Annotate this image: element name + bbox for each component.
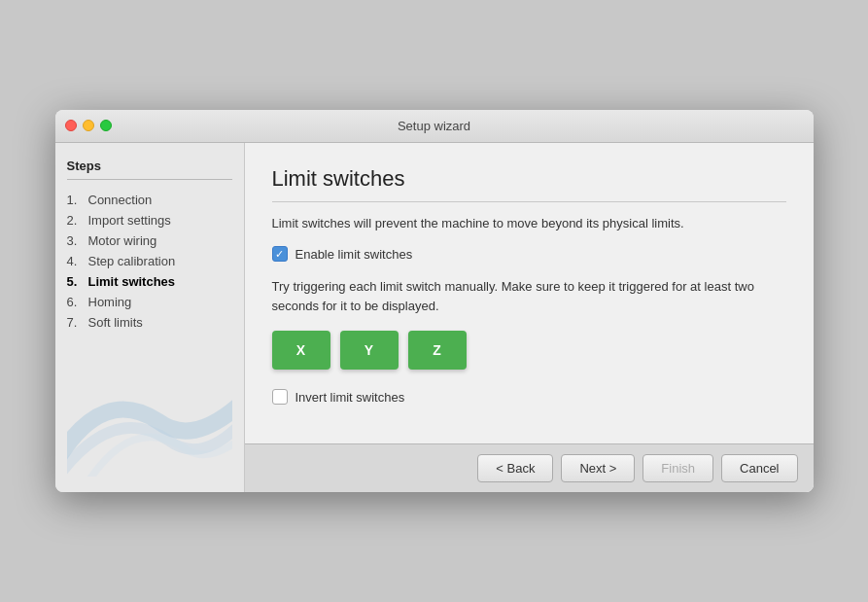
footer: < Back Next > Finish Cancel (245, 443, 814, 492)
titlebar: Setup wizard (55, 110, 814, 143)
invert-limit-checkbox[interactable] (272, 389, 288, 405)
steps-list: 1. Connection 2. Import settings 3. Moto… (67, 190, 232, 333)
enable-limit-checkbox[interactable]: ✓ (272, 246, 288, 262)
finish-button: Finish (642, 454, 713, 482)
sidebar-item-soft-limits[interactable]: 7. Soft limits (67, 312, 232, 333)
sidebar-item-motor-wiring[interactable]: 3. Motor wiring (67, 230, 232, 251)
enable-limit-label: Enable limit switches (295, 247, 413, 262)
step-label-import: Import settings (88, 213, 171, 228)
sidebar-heading: Steps (67, 159, 232, 180)
limit-description: Limit switches will prevent the machine … (272, 214, 786, 233)
checkmark-icon: ✓ (275, 249, 284, 260)
next-button[interactable]: Next > (561, 454, 635, 482)
step-num-1: 1. (67, 193, 85, 207)
sidebar-item-step-calibration[interactable]: 4. Step calibration (67, 251, 232, 271)
x-axis-button[interactable]: X (272, 331, 330, 370)
setup-wizard-window: Setup wizard Steps 1. Connection 2. Impo… (55, 110, 814, 493)
main-panel: Limit switches Limit switches will preve… (245, 143, 814, 493)
step-label-homing: Homing (88, 295, 132, 309)
sidebar-item-import-settings[interactable]: 2. Import settings (67, 210, 232, 230)
step-label-calibration: Step calibration (88, 254, 176, 268)
trigger-description: Try triggering each limit switch manuall… (272, 277, 786, 315)
sidebar-item-limit-switches[interactable]: 5. Limit switches (67, 271, 232, 292)
step-label-limit: Limit switches (88, 274, 176, 289)
page-title: Limit switches (272, 166, 786, 202)
step-label-motor: Motor wiring (88, 233, 157, 248)
step-num-6: 6. (67, 295, 85, 309)
step-num-3: 3. (67, 233, 85, 248)
traffic-lights (65, 120, 112, 131)
close-button[interactable] (65, 120, 77, 131)
axis-buttons-group: X Y Z (272, 331, 786, 370)
step-num-5: 5. (67, 274, 85, 289)
content-area: Steps 1. Connection 2. Import settings 3… (55, 143, 814, 493)
step-num-2: 2. (67, 213, 85, 228)
cancel-button[interactable]: Cancel (721, 454, 797, 482)
window-title: Setup wizard (398, 119, 470, 133)
step-label-connection: Connection (88, 193, 153, 207)
minimize-button[interactable] (83, 120, 94, 131)
sidebar-item-homing[interactable]: 6. Homing (67, 292, 232, 312)
sidebar: Steps 1. Connection 2. Import settings 3… (55, 143, 245, 493)
maximize-button[interactable] (100, 120, 112, 131)
sidebar-item-connection[interactable]: 1. Connection (67, 190, 232, 210)
z-axis-button[interactable]: Z (408, 331, 467, 370)
step-label-soft: Soft limits (88, 315, 143, 330)
main-content: Limit switches Limit switches will preve… (245, 143, 814, 444)
invert-limit-row: Invert limit switches (272, 389, 786, 405)
y-axis-button[interactable]: Y (340, 331, 399, 370)
back-button[interactable]: < Back (477, 454, 553, 482)
invert-limit-label: Invert limit switches (295, 390, 405, 405)
sidebar-decoration (67, 342, 232, 478)
enable-limit-row: ✓ Enable limit switches (272, 246, 786, 262)
step-num-4: 4. (67, 254, 85, 268)
step-num-7: 7. (67, 315, 85, 330)
